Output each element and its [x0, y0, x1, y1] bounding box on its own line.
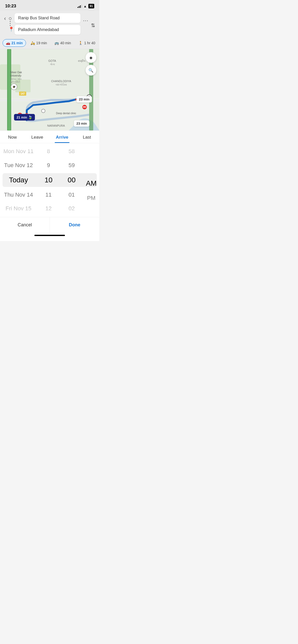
tab-car[interactable]: 🚗 21 min: [3, 39, 26, 47]
picker-min-1[interactable]: 58: [60, 144, 83, 158]
svg-rect-6: [8, 49, 11, 130]
svg-text:સિલ્વર ઓક: સિલ્વર ઓક: [10, 78, 22, 80]
layers-icon: ◈: [89, 55, 92, 60]
wifi-icon: ▲: [84, 4, 87, 8]
status-bar: 10:23 ▲ 91: [0, 0, 99, 11]
picker-pm[interactable]: PM: [83, 191, 99, 205]
motorbike-icon: 🛵: [31, 41, 35, 45]
transit-duration: 40 min: [60, 41, 71, 45]
destination-input[interactable]: Palladium Ahmedabad: [15, 25, 80, 35]
car-duration: 21 min: [11, 41, 23, 45]
picker-min-5[interactable]: 02: [60, 202, 83, 215]
svg-text:🎓: 🎓: [12, 85, 16, 89]
picker-hour-4[interactable]: 11: [37, 188, 60, 202]
svg-text:રાણીપ: રાણીપ: [78, 59, 85, 62]
svg-text:યુનિવર્સિટી: યુનિવર્સિટી: [10, 81, 20, 83]
origin-dot: [9, 17, 11, 20]
tab-walk[interactable]: 🚶 1 hr 40: [75, 39, 98, 47]
alt2-duration: 23 min: [76, 122, 87, 125]
bottom-actions: Cancel Done: [0, 217, 99, 233]
status-icons: ▲ 91: [77, 4, 94, 8]
picker-hour-selected[interactable]: 10: [37, 172, 60, 188]
picker-min-4[interactable]: 01: [60, 188, 83, 202]
svg-text:CHANDLODIYA: CHANDLODIYA: [51, 80, 71, 83]
tab-motorbike[interactable]: 🛵 19 min: [28, 39, 50, 47]
tab-arrive[interactable]: Arrive: [50, 131, 75, 143]
svg-text:University: University: [10, 74, 21, 77]
picker-days-column[interactable]: Sun Nov 10 Mon Nov 11 Tue Nov 12 Today T…: [0, 143, 37, 217]
svg-text:147: 147: [21, 92, 25, 95]
picker-min-6[interactable]: 03: [60, 216, 83, 217]
picker-ampm-column[interactable]: AM PM: [83, 143, 99, 217]
tab-leave[interactable]: Leave: [25, 131, 50, 143]
transport-tabs: 🚗 21 min 🛵 19 min 🚌 40 min 🚶 1 hr 40: [0, 37, 99, 49]
svg-point-10: [42, 109, 45, 113]
walk-icon: 🚶: [78, 41, 83, 45]
picker-day-1[interactable]: Mon Nov 11: [0, 144, 37, 158]
svg-text:ગોતા: ગોતા: [50, 63, 55, 66]
motorbike-duration: 19 min: [36, 41, 47, 45]
route-badge-alt2: 23 min: [74, 120, 89, 127]
picker-min-selected[interactable]: 00: [60, 172, 83, 188]
svg-text:Silver Oak: Silver Oak: [10, 71, 22, 74]
car-icon: 🚗: [6, 41, 10, 45]
route-badge-main: 21 min 🍃: [14, 114, 35, 121]
tab-now[interactable]: Now: [0, 131, 25, 143]
svg-text:ચાંદલોડિયા: ચાંદલોડિયા: [56, 83, 67, 86]
picker-day-5[interactable]: Fri Nov 15: [0, 202, 37, 215]
svg-text:GOTA: GOTA: [48, 59, 56, 62]
swap-routes-button[interactable]: ⇅: [91, 22, 95, 28]
origin-input[interactable]: Ranip Bus Stand Road: [15, 13, 80, 23]
home-indicator-bar: [34, 235, 65, 236]
destination-pin-icon: 📍: [8, 27, 12, 31]
picker-day-4[interactable]: Thu Nov 14: [0, 188, 37, 202]
svg-text:Deep dental clinic: Deep dental clinic: [56, 112, 76, 115]
search-header: ‹ 📍 Ranip Bus Stand Road Palladium Ahmed…: [0, 11, 99, 37]
transit-icon: 🚌: [55, 41, 59, 45]
route-connector: 📍: [8, 17, 12, 31]
search-icon: 🔍: [88, 68, 93, 73]
picker-day-selected[interactable]: Today: [0, 172, 37, 188]
picker-day-2[interactable]: Tue Nov 12: [0, 158, 37, 172]
picker-day-6[interactable]: Sat Nov 16: [0, 216, 37, 217]
alt1-duration: 23 min: [79, 97, 89, 101]
signal-icon: [77, 4, 82, 8]
status-time: 10:23: [5, 4, 16, 9]
picker-hour-5[interactable]: 12: [37, 202, 60, 215]
cancel-button[interactable]: Cancel: [0, 217, 50, 233]
picker-hour-6[interactable]: 1: [37, 216, 60, 217]
svg-text:NARANPURA: NARANPURA: [47, 124, 65, 127]
map-view[interactable]: H 🎓 147 GOTA ગોતા રાણીપ CHANDLODIYA ચાંદ…: [0, 49, 99, 130]
home-indicator-area: [0, 233, 99, 241]
map-search-button[interactable]: 🔍: [86, 65, 96, 76]
main-route-duration: 21 min: [17, 115, 27, 119]
tab-last[interactable]: Last: [75, 131, 100, 143]
route-badge-alt1: 23 min: [76, 96, 92, 103]
tab-transit[interactable]: 🚌 40 min: [51, 39, 74, 47]
search-fields: Ranip Bus Stand Road Palladium Ahmedabad: [15, 13, 80, 35]
map-layers-button[interactable]: ◈: [86, 52, 96, 63]
picker-hours-column[interactable]: 7 8 9 10 11 12 1: [37, 143, 60, 217]
back-button[interactable]: ‹: [4, 15, 6, 22]
bottom-sheet: Now Leave Arrive Last Sun Nov 10 Mon Nov…: [0, 130, 99, 233]
route-dot-3: [10, 25, 11, 26]
route-dot-2: [10, 23, 11, 24]
picker-hour-1[interactable]: 8: [37, 144, 60, 158]
more-options-button[interactable]: ···: [83, 17, 88, 24]
done-button[interactable]: Done: [50, 217, 100, 233]
picker-hour-2[interactable]: 9: [37, 158, 60, 172]
leaf-icon: 🍃: [28, 115, 32, 119]
datetime-picker[interactable]: Sun Nov 10 Mon Nov 11 Tue Nov 12 Today T…: [0, 143, 99, 217]
picker-am[interactable]: AM: [83, 175, 99, 191]
svg-rect-18: [83, 107, 86, 107]
battery-indicator: 91: [88, 4, 94, 8]
picker-minutes-column[interactable]: 57 58 59 00 01 02 03: [60, 143, 83, 217]
walk-duration: 1 hr 40: [84, 41, 95, 45]
route-dot-1: [10, 21, 11, 22]
picker-min-2[interactable]: 59: [60, 158, 83, 172]
time-tabs-row: Now Leave Arrive Last: [0, 131, 99, 143]
